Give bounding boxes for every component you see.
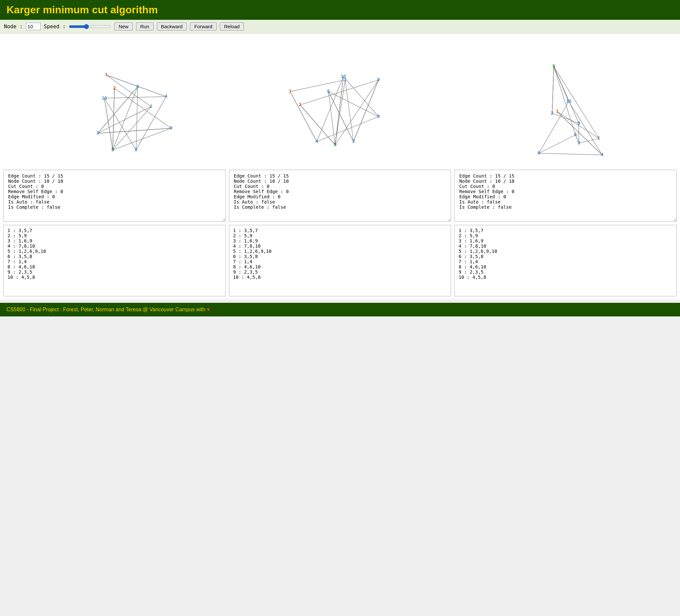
- svg-line-42: [335, 80, 379, 145]
- forward-button[interactable]: Forward: [190, 22, 217, 30]
- svg-text:6: 6: [136, 84, 139, 89]
- adj-entry: 4 : 7,8,10: [7, 243, 222, 248]
- svg-text:9: 9: [377, 77, 379, 82]
- adjacency-box-1: 1 : 3,5,72 : 5,93 : 1,6,94 : 7,8,105 : 1…: [3, 225, 226, 296]
- svg-line-32: [290, 80, 345, 91]
- adj-entry: 5 : 1,2,6,9,10: [458, 248, 673, 254]
- adj-entry: 8 : 4,6,10: [7, 264, 222, 269]
- svg-text:2: 2: [551, 110, 554, 116]
- svg-text:8: 8: [135, 147, 137, 152]
- svg-text:8: 8: [538, 150, 540, 155]
- speed-label: Speed :: [44, 23, 65, 30]
- cut-count-label-2: Cut Count : 0: [234, 184, 447, 189]
- graph-svg-2: 12345678910: [229, 40, 451, 163]
- app-header: Karger minimum cut algorithm: [0, 0, 680, 20]
- edge-modified-label-3: Edge Modified : 0: [459, 194, 672, 199]
- svg-line-45: [328, 91, 378, 117]
- new-button[interactable]: New: [114, 22, 133, 30]
- adj-entry: 6 : 3,5,8: [7, 254, 222, 259]
- svg-line-76: [557, 112, 602, 155]
- svg-text:3: 3: [96, 130, 99, 135]
- svg-line-47: [343, 77, 378, 117]
- edge-count-label-3: Edge Count : 15 / 15: [459, 173, 672, 178]
- svg-text:5: 5: [553, 64, 555, 69]
- adj-entry: 1 : 3,5,7: [233, 228, 447, 233]
- adj-entry: 4 : 7,8,10: [458, 243, 673, 248]
- svg-text:6: 6: [574, 132, 577, 137]
- node-input[interactable]: [26, 23, 40, 30]
- run-button[interactable]: Run: [136, 22, 153, 30]
- adj-entry: 2 : 5,9: [7, 233, 222, 238]
- svg-text:1: 1: [597, 135, 600, 141]
- remove-self-edge-label-3: Remove Self Edge : 0: [459, 189, 672, 194]
- node-count-label-1: Node Count : 10 / 10: [8, 178, 221, 184]
- svg-line-64: [552, 113, 579, 123]
- svg-line-14: [98, 87, 138, 134]
- adj-entry: 5 : 1,2,6,9,10: [233, 248, 447, 254]
- adjacency-box-3: 1 : 3,5,72 : 5,93 : 1,6,94 : 7,8,105 : 1…: [454, 225, 677, 296]
- svg-text:3: 3: [578, 140, 580, 145]
- svg-text:7: 7: [105, 72, 108, 77]
- svg-text:1: 1: [150, 104, 152, 109]
- svg-line-31: [335, 80, 345, 145]
- is-auto-label-1: Is Auto : false: [8, 199, 221, 204]
- svg-line-68: [539, 153, 602, 155]
- svg-text:8: 8: [377, 114, 379, 119]
- main-content: 12345678910 12345678910 12345678910 Edge…: [0, 33, 680, 299]
- svg-text:9: 9: [578, 120, 580, 126]
- adj-entry: 7 : 1,4: [458, 259, 673, 264]
- adj-entry: 9 : 2,3,5: [458, 269, 673, 274]
- adj-entry: 7 : 1,4: [7, 259, 222, 264]
- adj-entry: 10 : 4,5,8: [7, 274, 222, 280]
- adjacency-row: 1 : 3,5,72 : 5,93 : 1,6,94 : 7,8,105 : 1…: [3, 225, 677, 296]
- svg-line-77: [539, 101, 569, 153]
- svg-line-69: [569, 101, 602, 155]
- adj-entry: 4 : 7,8,10: [233, 243, 447, 248]
- svg-text:5: 5: [111, 147, 114, 152]
- adj-entry: 2 : 5,9: [233, 233, 447, 238]
- svg-text:4: 4: [601, 152, 604, 157]
- svg-text:4: 4: [315, 139, 318, 144]
- graph-panel-3: 12345678910: [454, 40, 677, 163]
- info-box-2: Edge Count : 15 / 15 Node Count : 10 / 1…: [229, 170, 451, 222]
- reload-button[interactable]: Reload: [220, 22, 244, 30]
- is-auto-label-3: Is Auto : false: [459, 199, 672, 204]
- speed-slider[interactable]: [69, 24, 111, 29]
- adj-entry: 10 : 4,5,8: [233, 274, 447, 280]
- footer-text: CS5800 - Final Project : Forest, Peter, …: [6, 307, 207, 312]
- cut-count-label-1: Cut Count : 0: [8, 184, 221, 189]
- node-label: Node :: [4, 23, 23, 30]
- graph-svg-1: 12345678910: [3, 40, 226, 163]
- svg-text:2: 2: [299, 102, 301, 107]
- svg-text:7: 7: [289, 89, 291, 94]
- node-count-label-3: Node Count : 10 / 10: [459, 178, 672, 184]
- remove-self-edge-label-1: Remove Self Edge : 0: [8, 189, 221, 194]
- svg-text:5: 5: [334, 142, 336, 147]
- graphs-row: 12345678910 12345678910 12345678910: [3, 40, 677, 163]
- is-auto-label-2: Is Auto : false: [234, 199, 447, 204]
- svg-line-2: [106, 75, 151, 107]
- svg-line-34: [300, 80, 378, 105]
- node-count-label-2: Node Count : 10 / 10: [234, 178, 447, 184]
- remove-self-edge-label-2: Remove Self Edge : 0: [234, 189, 447, 194]
- backward-button[interactable]: Backward: [157, 22, 187, 30]
- adj-entry: 8 : 4,6,10: [458, 264, 673, 269]
- app-title: Karger minimum cut algorithm: [6, 4, 674, 16]
- heart-icon: ♥: [207, 307, 210, 312]
- adj-entry: 6 : 3,5,8: [458, 254, 673, 259]
- svg-line-71: [554, 66, 576, 135]
- adj-entry: 1 : 3,5,7: [458, 228, 673, 233]
- svg-line-17: [105, 98, 136, 150]
- svg-text:3: 3: [352, 139, 355, 144]
- graph-panel-2: 12345678910: [229, 40, 451, 163]
- graph-svg-3: 12345678910: [454, 40, 677, 163]
- svg-line-61: [554, 66, 599, 138]
- svg-line-60: [579, 138, 599, 143]
- svg-line-46: [290, 91, 317, 142]
- adj-entry: 3 : 1,6,9: [458, 238, 673, 243]
- edge-modified-label-2: Edge Modified : 0: [234, 194, 447, 199]
- svg-line-9: [105, 97, 166, 98]
- svg-text:10: 10: [102, 95, 107, 100]
- is-complete-label-3: Is Complete : false: [459, 204, 672, 210]
- adj-entry: 8 : 4,6,10: [233, 264, 447, 269]
